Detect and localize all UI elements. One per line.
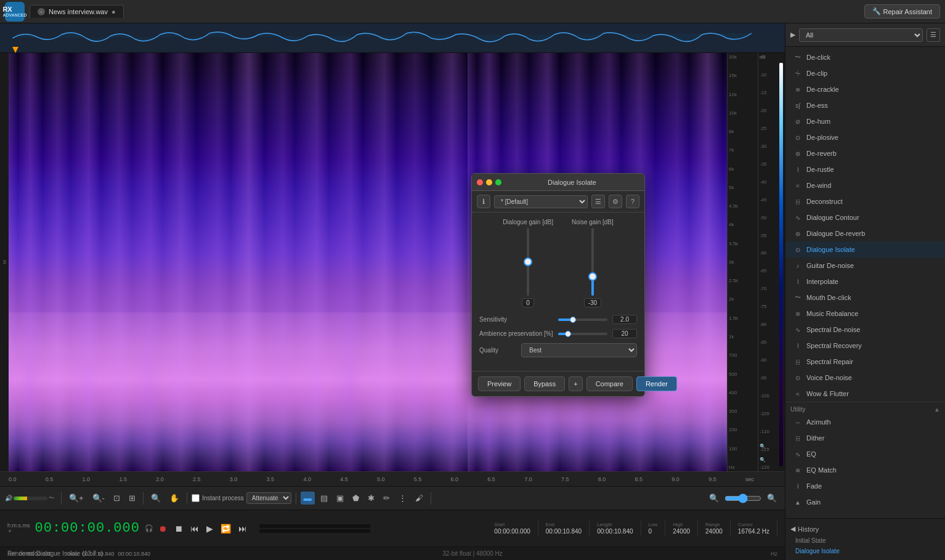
- timecode-format-arrow[interactable]: ▼: [7, 529, 30, 534]
- sidebar-item-eq-match[interactable]: ≋ EQ Match: [785, 462, 945, 478]
- sidebar-item-mouth-de-click[interactable]: 〜 Mouth De-click: [785, 290, 945, 306]
- rewind-btn[interactable]: ⏮: [188, 522, 201, 535]
- sidebar-item-spectral-de-noise[interactable]: ∿ Spectral De-noise: [785, 322, 945, 338]
- attenuate-select[interactable]: Attenuate: [246, 492, 291, 504]
- utility-section-header[interactable]: Utility ▲: [785, 402, 945, 414]
- zoom-in-btn[interactable]: 🔍+: [66, 492, 87, 505]
- dialogue-gain-slider[interactable]: [521, 228, 535, 296]
- pencil-btn[interactable]: ✏: [380, 492, 393, 505]
- sidebar-item-spectral-recovery[interactable]: ⌇ Spectral Recovery: [785, 338, 945, 354]
- zoom-decrease-btn[interactable]: 🔍: [706, 492, 722, 505]
- voice-de-noise-label: Voice De-noise: [806, 374, 852, 381]
- render-button[interactable]: Render: [636, 376, 677, 391]
- sidebar-item-azimuth[interactable]: ↔ Azimuth: [785, 414, 945, 430]
- de-ess-label: De-ess: [806, 102, 828, 109]
- sidebar-item-wow-flutter[interactable]: ≈ Wow & Flutter: [785, 386, 945, 402]
- dialogue-gain-thumb[interactable]: [524, 258, 532, 266]
- history-header[interactable]: ◀ History: [785, 522, 945, 535]
- expand-icon[interactable]: ▶: [790, 31, 795, 39]
- sidebar-item-music-rebalance[interactable]: ≋ Music Rebalance: [785, 306, 945, 322]
- window-maximize-btn[interactable]: [495, 179, 501, 185]
- file-tab[interactable]: × News interview.wav ●: [30, 5, 124, 18]
- spectrogram-container[interactable]: M 20k 15k 12k 10k 8k 7k: [0, 53, 785, 471]
- zoom-freq-btn[interactable]: 🔍: [148, 492, 164, 505]
- plugin-preset-select[interactable]: * [Default]: [494, 195, 588, 208]
- window-close-btn[interactable]: [477, 179, 483, 185]
- noise-gain-slider[interactable]: [585, 228, 600, 296]
- loop-btn[interactable]: 🔁: [218, 522, 233, 535]
- sidebar-item-dialogue-de-reverb[interactable]: ⊚ Dialogue De-reverb: [785, 225, 945, 241]
- sidebar-item-de-reverb[interactable]: ⊚ De-reverb: [785, 145, 945, 161]
- sidebar-item-interpolate[interactable]: ⌇ Interpolate: [785, 274, 945, 290]
- sidebar-item-dialogue-isolate[interactable]: ⊙ Dialogue Isolate: [785, 241, 945, 258]
- plugin-help-btn[interactable]: ?: [626, 195, 639, 208]
- sensitivity-slider[interactable]: [558, 319, 607, 321]
- sensitivity-thumb[interactable]: [570, 317, 576, 323]
- ambience-slider[interactable]: [558, 333, 607, 335]
- stop-btn[interactable]: ⏹: [172, 522, 185, 535]
- de-crackle-icon: ≋: [793, 84, 803, 94]
- tab-close-btn[interactable]: ×: [38, 8, 45, 15]
- freq-selection-btn[interactable]: ▤: [317, 492, 331, 505]
- zoom-out-icon[interactable]: 🔍: [760, 457, 766, 463]
- zoom-increase-btn[interactable]: 🔍: [764, 492, 780, 505]
- plugin-settings-btn[interactable]: ⚙: [609, 195, 622, 208]
- play-btn[interactable]: ▶: [204, 522, 216, 535]
- window-minimize-btn[interactable]: [486, 179, 492, 185]
- zoom-fit-btn[interactable]: ⊡: [110, 492, 123, 505]
- history-item-dialogue-isolate[interactable]: Dialogue Isolate: [785, 546, 945, 556]
- zoom-out-btn[interactable]: 🔍-: [89, 492, 108, 505]
- history-item-initial[interactable]: Initial State: [785, 535, 945, 546]
- noise-gain-thumb[interactable]: [588, 272, 597, 281]
- harmonic-btn[interactable]: ⋮: [395, 492, 410, 505]
- range-val: 24000: [705, 528, 723, 535]
- sidebar-item-de-clip[interactable]: ⏆ De-clip: [785, 65, 945, 81]
- sidebar-item-spectral-repair[interactable]: ⌸ Spectral Repair: [785, 354, 945, 370]
- waveform-icon[interactable]: 〜: [49, 494, 54, 502]
- waveform-overview[interactable]: [0, 23, 785, 53]
- sidebar-item-de-ess[interactable]: s∫ De-ess: [785, 97, 945, 113]
- brush-btn[interactable]: 🖌: [412, 492, 426, 505]
- sidebar-item-de-rustle[interactable]: ⌇ De-rustle: [785, 161, 945, 177]
- forward-btn[interactable]: ⏭: [236, 522, 249, 535]
- sidebar-item-deconstruct[interactable]: ⌸ Deconstruct: [785, 193, 945, 209]
- sidebar-item-de-wind[interactable]: ≈ De-wind: [785, 177, 945, 193]
- sidebar-item-de-crackle[interactable]: ≋ De-crackle: [785, 81, 945, 97]
- utility-collapse-icon: ▲: [934, 406, 940, 413]
- level-bar: [14, 497, 47, 500]
- lasso-selection-btn[interactable]: ⬟: [349, 492, 362, 505]
- zoom-slider[interactable]: [724, 493, 761, 503]
- compare-button[interactable]: Compare: [586, 376, 633, 391]
- record-btn[interactable]: ⏺: [156, 522, 169, 535]
- sidebar-item-guitar-de-noise[interactable]: ♪ Guitar De-noise: [785, 258, 945, 274]
- sidebar-item-voice-de-noise[interactable]: ⊙ Voice De-noise: [785, 370, 945, 386]
- zoom-in-icon[interactable]: 🔍: [760, 444, 766, 449]
- pan-tool-btn[interactable]: ✋: [166, 492, 182, 505]
- sidebar-item-gain[interactable]: ▲ Gain: [785, 494, 945, 510]
- sidebar-item-de-click[interactable]: 〜 De-click: [785, 49, 945, 65]
- rect-selection-btn[interactable]: ▣: [333, 492, 347, 505]
- sidebar-item-fade[interactable]: ⌇ Fade: [785, 478, 945, 494]
- sidebar-item-dither[interactable]: ⌸ Dither: [785, 430, 945, 446]
- plugin-list-btn[interactable]: ☰: [591, 195, 605, 208]
- sidebar-item-dialogue-contour[interactable]: ∿ Dialogue Contour: [785, 209, 945, 225]
- mouth-de-click-icon: 〜: [793, 293, 803, 302]
- sidebar-item-de-hum[interactable]: ⊘ De-hum: [785, 113, 945, 129]
- magic-wand-btn[interactable]: ✱: [365, 492, 378, 505]
- sidebar-menu-btn[interactable]: ☰: [927, 28, 940, 42]
- quality-select[interactable]: Best Better Good: [521, 343, 637, 357]
- headphone-icon[interactable]: 🎧: [145, 524, 153, 532]
- instant-process-input[interactable]: [192, 494, 200, 502]
- instant-process-checkbox[interactable]: Instant process: [192, 494, 244, 502]
- zoom-sel-btn[interactable]: ⊞: [126, 492, 139, 505]
- sidebar-item-de-plosive[interactable]: ⊙ De-plosive: [785, 129, 945, 145]
- time-selection-btn[interactable]: ▬: [301, 492, 315, 505]
- repair-assistant-button[interactable]: 🔧 Repair Assistant: [864, 4, 940, 18]
- plugin-info-btn[interactable]: ℹ: [477, 195, 490, 208]
- preview-button[interactable]: Preview: [478, 376, 521, 391]
- ambience-thumb[interactable]: [565, 331, 571, 337]
- sidebar-filter-select[interactable]: All: [799, 28, 923, 42]
- bypass-button[interactable]: Bypass: [524, 376, 565, 391]
- sidebar-item-eq[interactable]: ∿ EQ: [785, 446, 945, 462]
- plus-button[interactable]: +: [569, 376, 582, 391]
